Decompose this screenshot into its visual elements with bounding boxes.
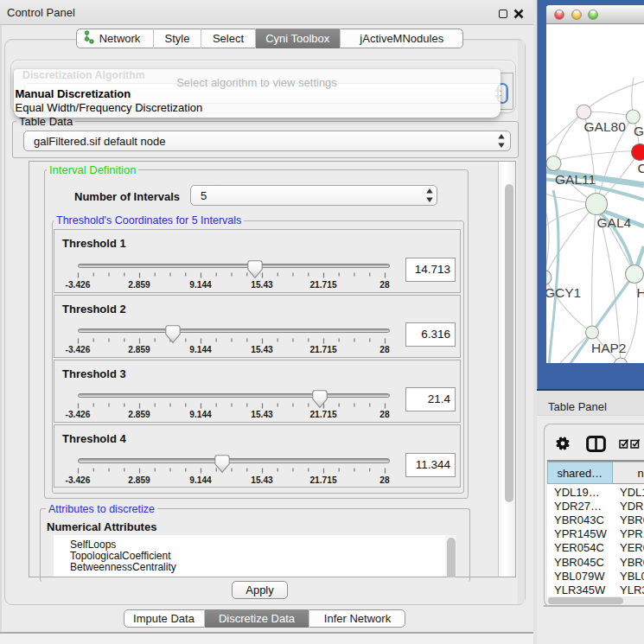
svg-text:H: H bbox=[637, 285, 644, 300]
svg-text:GAL4: GAL4 bbox=[597, 215, 632, 230]
svg-text:GA: GA bbox=[634, 124, 644, 138]
svg-text:C: C bbox=[638, 161, 644, 175]
svg-text:GAL11: GAL11 bbox=[555, 172, 596, 187]
svg-text:GAL80: GAL80 bbox=[584, 119, 627, 134]
svg-text:GCY1: GCY1 bbox=[546, 285, 581, 300]
svg-text:HAP2: HAP2 bbox=[591, 341, 627, 355]
